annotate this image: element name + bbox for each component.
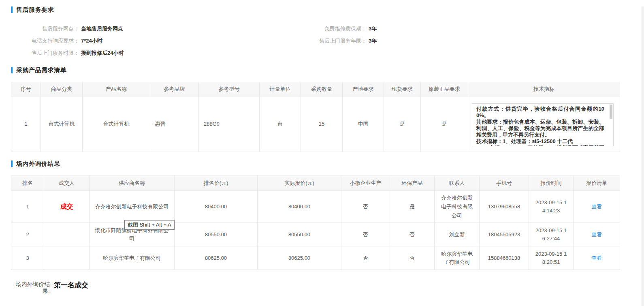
view-quote-link[interactable]: 查看 (591, 203, 602, 210)
section-header-products: 采购产品需求清单 (11, 67, 644, 73)
field-value: 3年 (369, 37, 377, 45)
deal-badge: 成交 (60, 203, 73, 210)
col-deal-maker: 成交人 (44, 176, 90, 191)
summary-label: 场内外询价结果: (14, 281, 50, 295)
section-accent-bar (11, 6, 13, 13)
after-sales-form-left: 售后服务网点： 当地售后服务网点 电话支持响应要求： 7*24小时 售后上门服务… (11, 23, 306, 59)
field-phone-support: 电话支持响应要求： 7*24小时 (11, 35, 306, 47)
inquiry-table: 排名 成交人 供应商名称 排名价(元) 实际报价(元) 小微企业生产 环保产品 … (11, 175, 620, 270)
cell-in-stock: 是 (384, 96, 421, 152)
cell-actual-price: 80625.00 (258, 246, 341, 270)
cell-phone: 15884660138 (480, 246, 529, 270)
col-unit: 计量单位 (260, 82, 301, 96)
cell-origin: 中国 (343, 96, 384, 152)
cell-eco-product: 否 (390, 246, 435, 270)
inquiry-row-2: 2 绥化市阡陌纵横电子商务有限公司 80550.00 80550.00 否 否 … (11, 223, 620, 246)
cell-small-enterprise: 否 (341, 246, 390, 270)
summary-value: 第一名成交 (54, 280, 88, 290)
col-origin: 产地要求 (343, 82, 384, 96)
inquiry-result-summary: 场内外询价结果: 第一名成交 (11, 281, 644, 295)
cell-quote-list: 查看 (574, 191, 620, 223)
cell-actual-price: 80400.00 (258, 191, 341, 223)
cell-quote-time: 2023-09-15 14:14:23 (529, 191, 574, 223)
col-phone: 手机号 (480, 176, 529, 191)
screenshot-hotkey-tooltip: 截图 Shift + Alt + A (124, 220, 175, 230)
cell-quote-list: 查看 (574, 246, 620, 270)
cell-supplier: 哈尔滨华笙电子有限公司 (90, 246, 175, 270)
cell-seq: 1 (11, 96, 41, 152)
field-label: 售后服务网点： (11, 25, 79, 32)
section-header-inquiry: 场内外询价结果 (11, 160, 644, 167)
col-rank: 排名 (11, 176, 44, 191)
view-quote-link[interactable]: 查看 (591, 231, 602, 238)
inquiry-table-header-row: 排名 成交人 供应商名称 排名价(元) 实际报价(元) 小微企业生产 环保产品 … (11, 176, 620, 191)
col-supplier: 供应商名称 (90, 176, 175, 191)
field-value: 7*24小时 (81, 37, 102, 45)
cell-unit: 台 (260, 96, 301, 152)
col-category: 商品分类 (41, 82, 83, 96)
cell-contact: 齐齐哈尔创新电子科技有限公司 (435, 191, 480, 223)
cell-ref-model: 288G9 (199, 96, 260, 152)
col-product-name: 产品名称 (83, 82, 150, 96)
inquiry-row-1: 1 成交 齐齐哈尔创新电子科技有限公司 80400.00 80400.00 否 … (11, 191, 620, 223)
cell-rank-price: 80550.00 (175, 223, 258, 246)
field-label: 免费维修质保期： (306, 25, 367, 32)
field-value: 当地售后服务网点 (81, 25, 123, 32)
col-qty: 采购数量 (301, 82, 343, 96)
page-scrollbar-track[interactable] (642, 6, 644, 306)
product-table-row: 1 台式计算机 台式计算机 惠普 288G9 台 15 中国 是 是 付款方式：… (11, 96, 620, 152)
spec-scrollbar-thumb[interactable] (610, 105, 612, 119)
procurement-detail-page: 售后服务要求 售后服务网点： 当地售后服务网点 电话支持响应要求： 7*24小时… (0, 6, 644, 306)
section-accent-bar (11, 67, 13, 73)
col-tech-spec: 技术指标 (468, 82, 620, 96)
cell-contact: 刘立新 (435, 223, 480, 246)
field-value: 3年 (369, 25, 377, 32)
field-onsite-time-limit: 售后上门服务时限： 接到报修后24小时 (11, 47, 306, 59)
section-header-after-sales: 售后服务要求 (11, 6, 644, 13)
field-label: 售后上门服务时限： (11, 49, 79, 57)
col-ref-model: 参考型号 (199, 82, 260, 96)
section-title-inquiry: 场内外询价结果 (16, 160, 60, 168)
tech-spec-scrollbox[interactable]: 付款方式：供货完毕，验收合格后付合同金额的100%。 其他要求：报价包含成本、运… (472, 103, 614, 146)
col-contact: 联系人 (435, 176, 480, 191)
cell-quote-list: 查看 (574, 223, 620, 246)
cell-deal-status: 成交 (44, 191, 90, 223)
after-sales-form: 售后服务网点： 当地售后服务网点 电话支持响应要求： 7*24小时 售后上门服务… (11, 23, 644, 59)
cell-deal-status (44, 246, 90, 270)
view-quote-link[interactable]: 查看 (591, 255, 602, 261)
field-warranty-period: 免费维修质保期： 3年 (306, 23, 377, 35)
cell-tech-spec: 付款方式：供货完毕，验收合格后付合同金额的100%。 其他要求：报价包含成本、运… (468, 96, 620, 152)
cell-small-enterprise: 否 (341, 191, 390, 223)
cell-eco-product: 是 (390, 191, 435, 223)
col-ref-brand: 参考品牌 (150, 82, 199, 96)
cell-quote-time: 2023-09-15 18:20:51 (529, 246, 574, 270)
field-label: 电话支持响应要求： (11, 37, 79, 45)
section-title-products: 采购产品需求清单 (16, 66, 66, 74)
cell-rank: 2 (11, 223, 44, 246)
col-small-enterprise: 小微企业生产 (341, 176, 390, 191)
field-onsite-service-years: 售后上门服务年限： 3年 (306, 35, 377, 47)
cell-actual-price: 80550.00 (258, 223, 341, 246)
after-sales-form-right: 免费维修质保期： 3年 售后上门服务年限： 3年 (306, 23, 377, 59)
cell-deal-status (44, 223, 90, 246)
cell-rank: 3 (11, 246, 44, 270)
cell-qty: 15 (301, 96, 343, 152)
product-table: 序号 商品分类 产品名称 参考品牌 参考型号 计量单位 采购数量 产地要求 现货… (11, 82, 620, 152)
col-rank-price: 排名价(元) (175, 176, 258, 191)
col-in-stock: 现货要求 (384, 82, 421, 96)
cell-contact: 哈尔滨华笙电子有限公司 (435, 246, 480, 270)
field-label: 售后上门服务年限： (306, 37, 367, 45)
cell-genuine: 是 (421, 96, 468, 152)
col-seq: 序号 (11, 82, 41, 96)
field-service-outlet: 售后服务网点： 当地售后服务网点 (11, 23, 306, 35)
col-actual-price: 实际报价(元) (258, 176, 341, 191)
field-value: 接到报修后24小时 (81, 49, 124, 57)
cell-rank-price: 80400.00 (175, 191, 258, 223)
section-accent-bar (11, 160, 13, 167)
col-quote-time: 报价时间 (529, 176, 574, 191)
cell-eco-product: 否 (390, 223, 435, 246)
cell-ref-brand: 惠普 (150, 96, 199, 152)
col-quote-list: 报价清单 (574, 176, 620, 191)
cell-product-name: 台式计算机 (83, 96, 150, 152)
product-table-header-row: 序号 商品分类 产品名称 参考品牌 参考型号 计量单位 采购数量 产地要求 现货… (11, 82, 620, 96)
